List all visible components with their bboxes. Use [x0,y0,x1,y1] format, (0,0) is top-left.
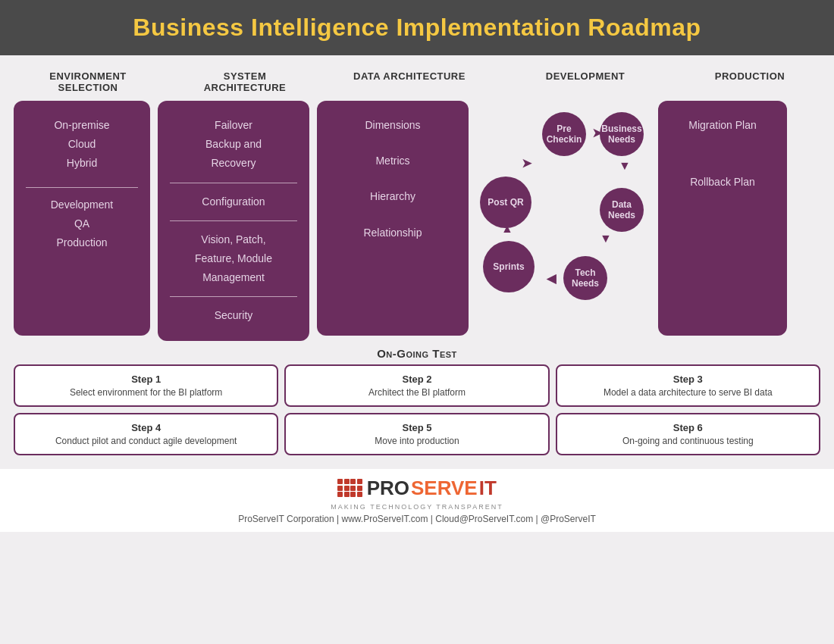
step-1-title: Step 1 [26,374,266,385]
sys-item-vision: Vision, Patch,Feature, ModuleManagement [170,230,297,288]
env-item-cloud: Cloud [26,135,138,154]
step-card-1: Step 1 Select environment for the BI pla… [14,364,278,407]
arrow-3: ▼ [600,232,612,245]
column-headers: EnvironmentSelection SystemArchitecture … [14,70,820,93]
data-item-hierarchy: Hierarchy [329,187,456,206]
step-5-desc: Move into production [296,436,537,446]
step-4-desc: Conduct pilot and conduct agile developm… [26,436,266,446]
logo-cell [337,479,343,484]
logo-serve-text: SERVE [411,477,478,500]
steps-grid: Step 1 Select environment for the BI pla… [14,364,820,455]
step-card-5: Step 5 Move into production [284,413,549,455]
sys-item-config: Configuration [170,192,297,211]
ongoing-label: On-Going Test [14,347,820,360]
prod-item-rollback: Rollback Plan [670,173,775,192]
prod-card: Migration Plan Rollback Plan [658,101,787,336]
col-header-data: Data Architecture [334,70,485,93]
step-2-desc: Architect the BI platform [296,387,537,398]
page-title: Business Intelligence Implementation Roa… [15,14,819,42]
step-5-title: Step 5 [296,422,537,433]
env-item-dev: Development [26,195,138,214]
dev-section: PreCheckin ➤ BusinessNeeds ▼ DataNeeds ▼… [476,101,651,336]
arrow-2: ▼ [619,159,631,173]
top-section: On-premise Cloud Hybrid Development QA P… [14,101,820,341]
logo-cell [344,492,350,497]
logo-grid-icon [337,479,362,497]
logo-cell [357,486,362,491]
footer-contact: ProServeIT Corporation | www.ProServeIT.… [238,514,596,524]
node-post-qr: Post QR [480,177,531,228]
col-header-sys: SystemArchitecture [169,70,321,93]
data-item-dimensions: Dimensions [329,116,456,135]
data-card: Dimensions Metrics Hierarchy Relationshi… [317,101,469,336]
env-card: On-premise Cloud Hybrid Development QA P… [14,101,150,336]
sys-div1 [170,183,297,183]
node-data-needs: DataNeeds [600,188,644,232]
step-3-title: Step 3 [568,374,808,385]
sys-item-security: Security [170,306,297,325]
logo-cell [350,479,356,484]
step-6-title: Step 6 [568,422,808,433]
data-item-relationship: Relationship [329,224,456,242]
sys-div2 [170,220,297,221]
sys-div3 [170,296,297,297]
node-business-needs: BusinessNeeds [600,112,644,156]
arrow-6: ➤ [522,156,531,170]
data-item-metrics: Metrics [329,152,456,170]
step-card-3: Step 3 Model a data architecture to serv… [556,364,820,407]
step-4-title: Step 4 [26,422,266,433]
logo-cell [344,479,350,484]
logo-pro-text: PRO [367,477,409,500]
col-header-dev: Development [498,70,673,93]
logo-cell [350,486,356,491]
logo-cell [337,492,343,497]
col-header-env: EnvironmentSelection [20,70,156,93]
footer-logo: PROSERVEIT [337,477,497,500]
cycle-container: PreCheckin ➤ BusinessNeeds ▼ DataNeeds ▼… [480,105,647,332]
logo-cell [350,492,356,497]
logo-cell [337,486,343,491]
logo-it-text: IT [479,477,497,500]
sys-item-failover: FailoverBackup andRecovery [170,116,297,174]
node-tech-needs: TechNeeds [563,256,607,300]
env-item-onpremise: On-premise [26,116,138,135]
arrow-4: ◀ [547,271,556,286]
env-divider [26,187,138,188]
col-header-prod: Production [685,70,814,93]
prod-item-migration: Migration Plan [670,116,775,135]
node-sprints: Sprints [483,241,535,292]
page-header: Business Intelligence Implementation Roa… [0,0,834,55]
env-item-hybrid: Hybrid [26,154,138,173]
step-card-4: Step 4 Conduct pilot and conduct agile d… [14,413,278,455]
step-card-6: Step 6 On-going and continuous testing [556,413,820,455]
step-1-desc: Select environment for the BI platform [26,387,266,398]
main-content: EnvironmentSelection SystemArchitecture … [0,55,834,469]
logo-cell [344,486,350,491]
step-2-title: Step 2 [296,374,537,385]
env-item-prod: Production [26,233,138,252]
node-pre-checkin: PreCheckin [542,112,586,156]
step-6-desc: On-going and continuous testing [568,436,808,446]
env-group2: Development QA Production [26,195,138,253]
env-item-qa: QA [26,214,138,233]
logo-cell [357,479,362,484]
footer: PROSERVEIT Making Technology Transparent… [0,469,834,532]
logo-cell [357,492,362,497]
sys-card: FailoverBackup andRecovery Configuration… [158,101,309,341]
footer-tagline: Making Technology Transparent [331,503,503,511]
env-group1: On-premise Cloud Hybrid [26,116,138,174]
step-3-desc: Model a data architecture to serve BI da… [568,387,808,398]
step-card-2: Step 2 Architect the BI platform [284,364,549,407]
